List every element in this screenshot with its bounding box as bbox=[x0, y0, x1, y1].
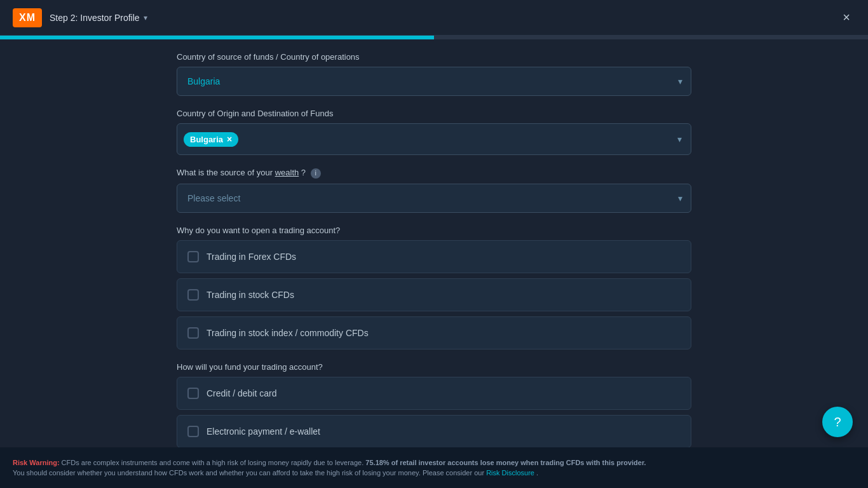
funding-option-card-label: Credit / debit card bbox=[207, 388, 277, 398]
risk-warning-footer: Risk Warning: CFDs are complex instrumen… bbox=[0, 447, 868, 488]
risk-warning-suffix: You should consider whether you understa… bbox=[13, 469, 484, 477]
wealth-source-underline: wealth bbox=[275, 168, 299, 177]
header: XM Step 2: Investor Profile ▾ × bbox=[0, 0, 868, 36]
country-source-select[interactable]: Bulgaria bbox=[177, 67, 691, 96]
risk-warning-bold: 75.18% of retail investor accounts lose … bbox=[365, 459, 646, 466]
form-container: Country of source of funds / Country of … bbox=[164, 52, 704, 447]
country-origin-select[interactable]: Bulgaria × ▾ bbox=[177, 123, 691, 155]
header-left: XM Step 2: Investor Profile ▾ bbox=[13, 8, 147, 27]
risk-warning-line2: You should consider whether you understa… bbox=[13, 468, 855, 478]
trading-option-forex-label: Trading in Forex CFDs bbox=[207, 252, 296, 262]
trading-reason-group: Why do you want to open a trading accoun… bbox=[177, 226, 691, 349]
risk-warning-title: Risk Warning: bbox=[13, 459, 60, 466]
wealth-info-icon[interactable]: i bbox=[311, 168, 321, 179]
country-origin-label: Country of Origin and Destination of Fun… bbox=[177, 109, 691, 118]
trading-option-stock[interactable]: Trading in stock CFDs bbox=[177, 278, 691, 311]
close-button[interactable]: × bbox=[837, 8, 855, 27]
trading-option-stock-label: Trading in stock CFDs bbox=[207, 290, 294, 300]
main-content: Country of source of funds / Country of … bbox=[0, 39, 868, 447]
wealth-source-label: What is the source of your wealth ? i bbox=[177, 168, 691, 179]
wealth-source-suffix-text: ? bbox=[301, 168, 306, 177]
country-source-group: Country of source of funds / Country of … bbox=[177, 52, 691, 96]
wealth-source-prefix: What is the source of your bbox=[177, 168, 273, 177]
step-label-text: Step 2: Investor Profile bbox=[50, 13, 140, 23]
help-button[interactable]: ? bbox=[822, 407, 853, 437]
funding-option-ewallet[interactable]: Electronic payment / e-wallet bbox=[177, 415, 691, 447]
trading-reason-label: Why do you want to open a trading accoun… bbox=[177, 226, 691, 235]
funding-option-card[interactable]: Credit / debit card bbox=[177, 377, 691, 410]
risk-warning-body: CFDs are complex instruments and come wi… bbox=[62, 459, 364, 466]
xm-logo: XM bbox=[13, 8, 42, 27]
checkbox-stock-index bbox=[187, 327, 199, 339]
risk-warning-period: . bbox=[536, 469, 538, 477]
country-origin-tag: Bulgaria × bbox=[184, 132, 238, 147]
checkbox-forex bbox=[187, 251, 199, 262]
country-origin-group: Country of Origin and Destination of Fun… bbox=[177, 109, 691, 155]
wealth-source-group: What is the source of your wealth ? i Pl… bbox=[177, 168, 691, 213]
step-label[interactable]: Step 2: Investor Profile ▾ bbox=[50, 13, 147, 23]
funding-group: How will you fund your trading account? … bbox=[177, 362, 691, 447]
checkbox-stock bbox=[187, 289, 199, 301]
trading-option-stock-index-label: Trading in stock index / commodity CFDs bbox=[207, 328, 369, 338]
funding-label: How will you fund your trading account? bbox=[177, 362, 691, 372]
trading-option-stock-index[interactable]: Trading in stock index / commodity CFDs bbox=[177, 316, 691, 349]
wealth-source-select[interactable]: Please select bbox=[177, 184, 691, 213]
country-source-select-wrapper: Bulgaria ▾ bbox=[177, 67, 691, 96]
country-origin-tag-text: Bulgaria bbox=[190, 135, 223, 144]
help-icon: ? bbox=[834, 415, 841, 430]
funding-option-ewallet-label: Electronic payment / e-wallet bbox=[207, 426, 320, 437]
risk-warning-line1: Risk Warning: CFDs are complex instrumen… bbox=[13, 458, 855, 468]
country-source-label: Country of source of funds / Country of … bbox=[177, 52, 691, 62]
checkbox-card bbox=[187, 388, 199, 399]
wealth-source-select-wrapper: Please select ▾ bbox=[177, 184, 691, 213]
country-origin-chevron-icon: ▾ bbox=[677, 134, 682, 144]
risk-disclosure-link[interactable]: Risk Disclosure bbox=[486, 469, 534, 477]
country-origin-tag-remove[interactable]: × bbox=[227, 135, 232, 144]
trading-option-forex[interactable]: Trading in Forex CFDs bbox=[177, 240, 691, 273]
chevron-down-icon: ▾ bbox=[144, 13, 147, 22]
checkbox-ewallet bbox=[187, 426, 199, 437]
